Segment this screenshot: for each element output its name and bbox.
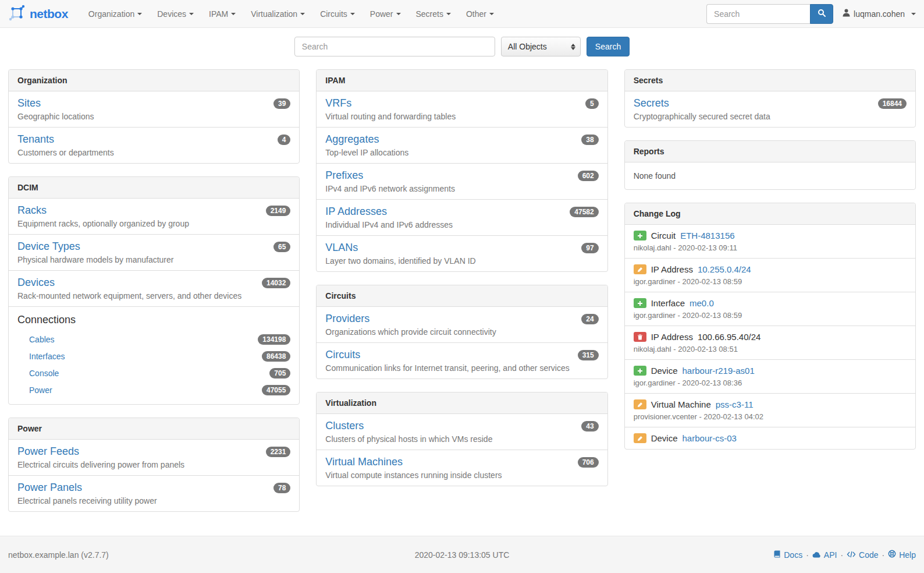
changelog-object-link[interactable]: 10.255.0.4/24 bbox=[698, 264, 751, 274]
item-link-device-types[interactable]: Device Types bbox=[17, 240, 80, 253]
item-link-prefixes[interactable]: Prefixes bbox=[325, 169, 363, 182]
item-description: Clusters of physical hosts in which VMs … bbox=[325, 434, 598, 444]
item-link-interfaces[interactable]: Interfaces bbox=[29, 352, 65, 361]
item-link-devices[interactable]: Devices bbox=[17, 277, 55, 289]
item-link-circuits[interactable]: Circuits bbox=[325, 349, 360, 361]
item-description: IPv4 and IPv6 network assignments bbox=[325, 184, 598, 193]
book-icon bbox=[773, 550, 781, 560]
item-link-clusters[interactable]: Clusters bbox=[325, 420, 364, 432]
nav-item-circuits[interactable]: Circuits bbox=[312, 1, 363, 27]
navbar-search-button[interactable] bbox=[810, 4, 833, 24]
user-menu[interactable]: luqman.cohen bbox=[843, 9, 916, 19]
item-link-ip-addresses[interactable]: IP Addresses bbox=[325, 206, 387, 218]
list-item: Console 705 bbox=[17, 365, 290, 381]
footer-links: Docs · API · Code · bbox=[773, 550, 916, 560]
count-badge: 16844 bbox=[878, 98, 907, 109]
item-link-tenants[interactable]: Tenants bbox=[17, 133, 54, 146]
item-link-power-panels[interactable]: Power Panels bbox=[17, 482, 82, 494]
navbar-right: luqman.cohen bbox=[706, 4, 916, 24]
changelog-object-link[interactable]: harbour-r219-as01 bbox=[683, 366, 755, 376]
navbar-search-group bbox=[706, 4, 833, 24]
panel-title: Reports bbox=[625, 141, 915, 162]
changelog-meta: provisioner.vcenter - 2020-02-13 04:02 bbox=[634, 412, 907, 421]
panel-virtualization: Virtualization Clusters 43 Clusters of p… bbox=[316, 392, 607, 486]
item-link-vlans[interactable]: VLANs bbox=[325, 242, 358, 254]
panel-title: Power bbox=[9, 418, 299, 440]
username: luqman.cohen bbox=[854, 9, 905, 19]
list-item: Racks 2149 Equipment racks, optionally o… bbox=[9, 199, 299, 234]
nav-item-devices[interactable]: Devices bbox=[150, 1, 201, 27]
footer-host-version: netbox.example.lan (v2.7.7) bbox=[8, 550, 415, 560]
nav-item-secrets[interactable]: Secrets bbox=[408, 1, 459, 27]
footer-link-api[interactable]: API bbox=[812, 550, 837, 560]
footer: netbox.example.lan (v2.7.7) 2020-02-13 0… bbox=[0, 536, 924, 573]
nav-item-ipam[interactable]: IPAM bbox=[201, 1, 243, 27]
nav-item-power[interactable]: Power bbox=[363, 1, 408, 27]
object-type-selected: All Objects bbox=[508, 42, 547, 51]
panel-dcim: DCIM Racks 2149 Equipment racks, optiona… bbox=[8, 176, 300, 405]
item-description: Organizations which provide circuit conn… bbox=[325, 327, 598, 337]
item-link-cables[interactable]: Cables bbox=[29, 335, 55, 344]
item-link-secrets[interactable]: Secrets bbox=[634, 97, 669, 109]
brand[interactable]: netbox bbox=[8, 4, 68, 23]
footer-link-code[interactable]: Code bbox=[847, 550, 878, 560]
list-item: Power Feeds 2231 Electrical circuits del… bbox=[9, 440, 299, 475]
item-link-providers[interactable]: Providers bbox=[325, 313, 369, 325]
changelog-meta: igor.gardiner - 2020-02-13 08:59 bbox=[634, 311, 907, 320]
item-link-vrfs[interactable]: VRFs bbox=[325, 97, 351, 109]
item-description: Customers or departments bbox=[17, 148, 290, 157]
list-item: Clusters 43 Clusters of physical hosts i… bbox=[317, 414, 607, 450]
item-description: Virtual routing and forwarding tables bbox=[325, 112, 598, 121]
item-description: Cryptographically secured secret data bbox=[634, 112, 907, 121]
count-badge: 602 bbox=[578, 171, 599, 181]
changelog-entry: IP Address 100.66.95.40/24 nikolaj.dahl … bbox=[625, 326, 915, 359]
changelog-meta: igor.gardiner - 2020-02-13 08:59 bbox=[634, 277, 907, 286]
item-link-power-feeds[interactable]: Power Feeds bbox=[17, 445, 79, 458]
column-right: Secrets Secrets 16844 Cryptographically … bbox=[624, 69, 916, 462]
changelog-object-link[interactable]: harbour-cs-03 bbox=[683, 433, 737, 443]
panel-title: Secrets bbox=[625, 70, 915, 91]
list-item: VRFs 5 Virtual routing and forwarding ta… bbox=[317, 91, 607, 127]
changelog-entry: Device harbour-r219-as01 igor.gardiner -… bbox=[625, 359, 915, 393]
item-description: Layer two domains, identified by VLAN ID bbox=[325, 256, 598, 266]
item-link-console[interactable]: Console bbox=[29, 369, 59, 378]
count-badge: 14032 bbox=[262, 278, 290, 288]
count-badge: 5 bbox=[585, 98, 599, 109]
separator-dot: · bbox=[840, 550, 843, 560]
count-badge: 86438 bbox=[262, 351, 290, 362]
object-type-select[interactable]: All Objects bbox=[501, 37, 581, 56]
changelog-meta: nikolaj.dahl - 2020-02-13 09:11 bbox=[634, 243, 907, 252]
item-link-power-connections[interactable]: Power bbox=[29, 385, 52, 395]
select-stepper-icon bbox=[571, 44, 575, 50]
item-link-virtual-machines[interactable]: Virtual Machines bbox=[325, 456, 403, 468]
item-link-racks[interactable]: Racks bbox=[17, 204, 47, 217]
changelog-object-type: IP Address bbox=[651, 332, 693, 342]
footer-link-docs[interactable]: Docs bbox=[773, 550, 802, 560]
separator-dot: · bbox=[882, 550, 885, 560]
caret-down-icon bbox=[137, 13, 142, 15]
footer-link-help[interactable]: Help bbox=[888, 550, 916, 560]
edit-icon bbox=[634, 264, 646, 274]
list-item: Power Panels 78 Electrical panels receiv… bbox=[9, 475, 299, 511]
global-search-input[interactable] bbox=[294, 37, 495, 56]
dashboard: Organization Sites 39 Geographic locatio… bbox=[0, 69, 924, 536]
nav-item-organization[interactable]: Organization bbox=[81, 1, 150, 27]
caret-down-icon bbox=[350, 13, 355, 15]
changelog-object-link[interactable]: ETH-4813156 bbox=[680, 231, 734, 240]
changelog-object-link[interactable]: me0.0 bbox=[690, 298, 714, 308]
nav-item-virtualization[interactable]: Virtualization bbox=[243, 1, 312, 27]
changelog-object-link[interactable]: pss-c3-11 bbox=[716, 399, 754, 409]
item-link-aggregates[interactable]: Aggregates bbox=[325, 133, 379, 146]
item-description: Communication links for Internet transit… bbox=[325, 363, 598, 373]
count-badge: 47582 bbox=[570, 207, 598, 217]
item-description: Virtual compute instances running inside… bbox=[325, 471, 598, 480]
panel-secrets: Secrets Secrets 16844 Cryptographically … bbox=[624, 69, 916, 128]
changelog-entry: IP Address 10.255.0.4/24 igor.gardiner -… bbox=[625, 258, 915, 292]
nav-item-other[interactable]: Other bbox=[459, 1, 502, 27]
user-icon bbox=[843, 9, 850, 19]
global-search-button[interactable]: Search bbox=[587, 37, 630, 56]
navbar-search-input[interactable] bbox=[706, 4, 810, 24]
item-link-sites[interactable]: Sites bbox=[17, 97, 41, 109]
item-description: Equipment racks, optionally organized by… bbox=[17, 219, 290, 228]
count-badge: 705 bbox=[269, 368, 290, 379]
